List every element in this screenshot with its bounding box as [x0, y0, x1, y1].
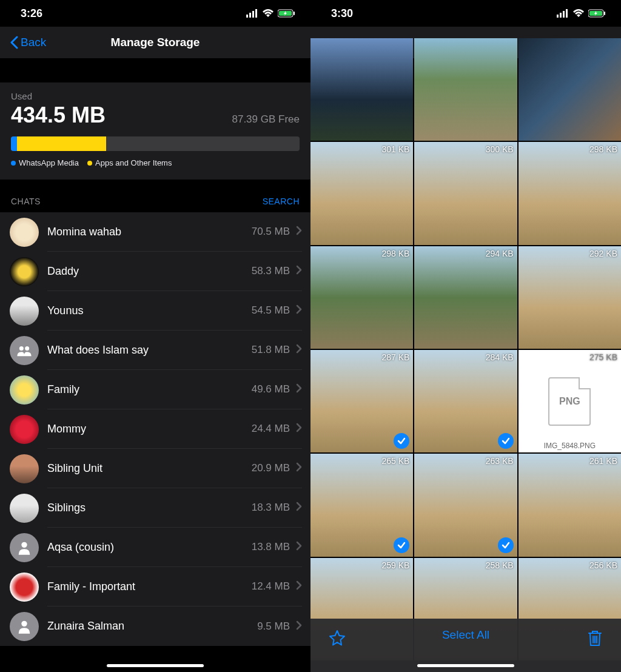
media-tile[interactable]: 292 KB: [519, 246, 621, 349]
star-button[interactable]: [329, 630, 346, 649]
used-value: 434.5 MB: [11, 102, 106, 128]
chat-size: 20.9 MB: [252, 462, 290, 474]
chat-name: Sibling Unit: [47, 462, 102, 475]
chat-size: 24.4 MB: [252, 423, 290, 435]
svg-rect-13: [563, 11, 565, 18]
legend-dot-icon: [87, 161, 92, 166]
avatar: [10, 494, 39, 523]
media-tile[interactable]: 263 KB: [414, 454, 517, 556]
chat-size: 58.3 MB: [252, 265, 290, 277]
svg-rect-14: [566, 9, 568, 18]
selected-check-icon: [498, 537, 514, 553]
media-tile[interactable]: 298 KB: [519, 142, 621, 244]
chat-row[interactable]: Sibling Unit20.9 MB: [0, 449, 310, 488]
media-tile[interactable]: 261 KB: [519, 454, 621, 556]
chat-row[interactable]: Aqsa (cousin)13.8 MB: [0, 528, 310, 567]
selected-check-icon: [394, 433, 409, 449]
media-tile[interactable]: PNGIMG_5848.PNG275 KB: [519, 350, 621, 452]
chat-row[interactable]: Zunaira Salman9.5 MB: [0, 606, 310, 646]
status-icons: [557, 9, 606, 18]
media-grid[interactable]: 301 KB300 KB298 KB298 KB294 KB292 KB287 …: [310, 38, 621, 660]
tile-size: 259 KB: [381, 560, 409, 570]
storage-progress-bar: [11, 136, 300, 151]
chat-row[interactable]: Mommy24.4 MB: [0, 409, 310, 449]
progress-segment-apps: [17, 136, 107, 151]
chat-row[interactable]: Daddy58.3 MB: [0, 252, 310, 291]
cellular-icon: [557, 9, 569, 18]
chat-list[interactable]: Momina wahab70.5 MBDaddy58.3 MBYounus54.…: [0, 212, 310, 646]
legend-label: WhatsApp Media: [19, 158, 79, 167]
delete-button[interactable]: [587, 630, 603, 649]
back-button[interactable]: Back: [10, 36, 46, 49]
home-indicator[interactable]: [107, 664, 204, 667]
avatar: [10, 573, 39, 602]
media-tile[interactable]: 294 KB: [414, 246, 517, 349]
media-tile[interactable]: 265 KB: [310, 454, 413, 556]
avatar: [10, 297, 39, 326]
chat-row[interactable]: Younus54.5 MB: [0, 291, 310, 331]
selected-check-icon: [498, 433, 514, 449]
legend-dot-icon: [11, 161, 16, 166]
home-indicator[interactable]: [417, 664, 514, 667]
chevron-left-icon: [10, 36, 18, 49]
select-all-button[interactable]: Select All: [442, 628, 489, 642]
media-tile[interactable]: [519, 38, 621, 141]
avatar: [10, 375, 39, 405]
media-tile[interactable]: [414, 38, 517, 141]
chat-size: 12.4 MB: [252, 580, 290, 593]
svg-point-7: [19, 346, 24, 351]
chats-section-header: CHATS SEARCH: [0, 180, 310, 212]
svg-rect-12: [560, 13, 562, 18]
tile-filename: IMG_5848.PNG: [519, 442, 621, 450]
tile-size: 287 KB: [381, 352, 409, 362]
page-title: Manage Storage: [111, 36, 200, 49]
tile-size: 275 KB: [589, 352, 617, 362]
chat-row[interactable]: Siblings18.3 MB: [0, 488, 310, 528]
chevron-right-icon: [296, 462, 302, 474]
media-tile[interactable]: 301 KB: [310, 142, 413, 244]
chevron-right-icon: [296, 226, 302, 238]
chevron-right-icon: [296, 580, 302, 593]
trash-icon: [587, 630, 603, 647]
battery-icon: [278, 9, 296, 18]
tile-size: 265 KB: [381, 456, 409, 466]
chat-row[interactable]: Family49.6 MB: [0, 370, 310, 409]
chevron-right-icon: [296, 265, 302, 277]
chevron-right-icon: [296, 383, 302, 395]
search-button[interactable]: SEARCH: [263, 197, 300, 206]
media-tile[interactable]: 284 KB: [414, 350, 517, 452]
media-tile[interactable]: [310, 38, 413, 141]
chat-row[interactable]: Momina wahab70.5 MB: [0, 212, 310, 252]
svg-rect-17: [604, 12, 605, 15]
star-icon: [329, 630, 346, 647]
manage-storage-screen: 3:26 Back Manage Storage Used 434.5 MB 8…: [0, 0, 310, 672]
chat-row[interactable]: Family - Important12.4 MB: [0, 567, 310, 606]
media-tile[interactable]: 298 KB: [310, 246, 413, 349]
chat-row[interactable]: What does Islam say51.8 MB: [0, 331, 310, 370]
legend-label: Apps and Other Items: [95, 158, 172, 167]
free-value: 87.39 GB Free: [232, 113, 300, 126]
media-tile[interactable]: 287 KB: [310, 350, 413, 452]
status-bar: 3:26: [0, 0, 310, 27]
chat-size: 70.5 MB: [252, 226, 290, 238]
chat-name: What does Islam say: [47, 344, 149, 357]
svg-rect-11: [557, 15, 559, 18]
svg-point-9: [21, 542, 27, 547]
status-bar: 3:30: [310, 0, 621, 27]
progress-segment-whatsapp: [11, 136, 17, 151]
svg-rect-6: [294, 12, 295, 15]
tile-size: 298 KB: [589, 144, 617, 154]
storage-summary: Used 434.5 MB 87.39 GB Free WhatsApp Med…: [0, 82, 310, 180]
chevron-right-icon: [296, 620, 302, 633]
avatar: [10, 336, 39, 365]
chevron-right-icon: [296, 541, 302, 553]
media-tile[interactable]: 300 KB: [414, 142, 517, 244]
media-selection-screen: 3:30 4 Selected Cancel Size 301 KB300 KB…: [310, 0, 621, 672]
status-time: 3:30: [331, 7, 353, 20]
avatar: [10, 454, 39, 483]
chat-size: 13.8 MB: [252, 541, 290, 553]
battery-icon: [588, 9, 606, 18]
tile-size: 284 KB: [486, 352, 514, 362]
section-title: CHATS: [11, 197, 41, 206]
tile-size: 256 KB: [589, 560, 617, 570]
